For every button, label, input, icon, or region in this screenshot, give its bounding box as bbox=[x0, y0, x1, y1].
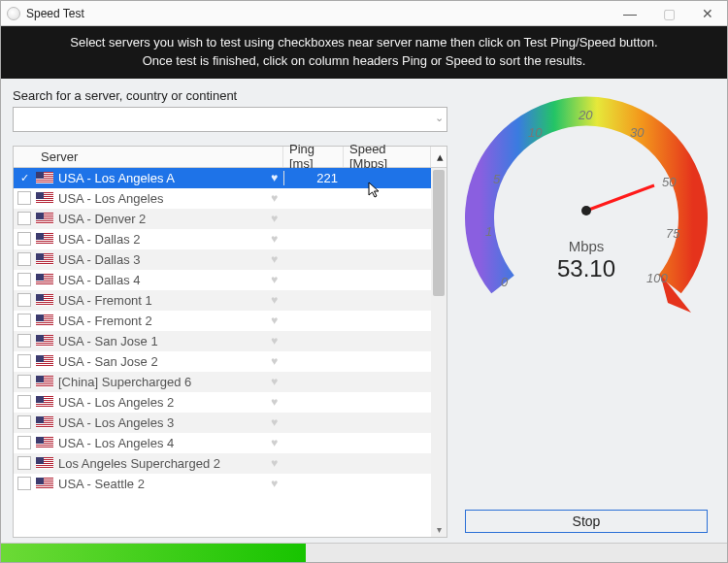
server-name: USA - Fremont 1 bbox=[58, 293, 152, 308]
row-checkbox[interactable] bbox=[17, 334, 31, 348]
scrollbar-thumb[interactable] bbox=[433, 170, 445, 296]
flag-icon bbox=[36, 315, 53, 326]
table-row[interactable]: USA - Los Angeles 2♥ bbox=[14, 392, 431, 413]
favorite-icon[interactable]: ♥ bbox=[271, 456, 278, 470]
favorite-icon[interactable]: ♥ bbox=[271, 191, 278, 205]
row-checkbox[interactable]: ✓ bbox=[17, 171, 31, 184]
close-button[interactable]: ✕ bbox=[688, 1, 727, 26]
row-checkbox[interactable] bbox=[17, 456, 31, 470]
instructions-banner: Select servers you wish to test using ch… bbox=[1, 26, 727, 79]
table-row[interactable]: USA - Fremont 1♥ bbox=[14, 290, 431, 311]
server-name: USA - Los Angeles 4 bbox=[58, 436, 174, 450]
tick-20: 20 bbox=[579, 108, 592, 122]
favorite-icon[interactable]: ♥ bbox=[271, 293, 278, 307]
flag-icon bbox=[36, 274, 53, 285]
favorite-icon[interactable]: ♥ bbox=[271, 415, 278, 429]
left-panel: Search for a server, country or continen… bbox=[13, 88, 447, 556]
flag-icon bbox=[36, 457, 53, 469]
favorite-icon[interactable]: ♥ bbox=[271, 171, 278, 184]
row-checkbox[interactable] bbox=[17, 354, 31, 368]
search-box: ⌄ bbox=[13, 107, 447, 132]
search-input[interactable] bbox=[13, 107, 447, 132]
table-row[interactable]: USA - Seattle 2♥ bbox=[14, 474, 431, 494]
table-body-wrap: ✓USA - Los Angeles A♥221USA - Los Angele… bbox=[14, 168, 447, 537]
table-row[interactable]: USA - San Jose 1♥ bbox=[14, 331, 431, 351]
table-row[interactable]: USA - Los Angeles 4♥ bbox=[14, 433, 431, 453]
server-name: [China] Supercharged 6 bbox=[58, 375, 191, 389]
favorite-icon[interactable]: ♥ bbox=[271, 477, 278, 490]
row-checkbox[interactable] bbox=[17, 273, 31, 286]
chevron-down-icon[interactable]: ⌄ bbox=[435, 112, 444, 124]
table-row[interactable]: USA - Denver 2♥ bbox=[14, 209, 431, 229]
server-name: USA - Fremont 2 bbox=[58, 314, 152, 328]
col-speed[interactable]: Speed [Mbps] bbox=[344, 147, 431, 167]
flag-icon bbox=[36, 172, 53, 183]
instructions-line-1: Select servers you wish to test using ch… bbox=[20, 34, 708, 52]
flag-icon bbox=[36, 233, 53, 245]
flag-icon bbox=[36, 294, 53, 306]
favorite-icon[interactable]: ♥ bbox=[271, 273, 278, 286]
scroll-down-icon[interactable]: ▾ bbox=[431, 521, 447, 537]
maximize-button[interactable]: ▢ bbox=[649, 1, 688, 26]
favorite-icon[interactable]: ♥ bbox=[271, 232, 278, 246]
favorite-icon[interactable]: ♥ bbox=[271, 395, 278, 409]
table-row[interactable]: USA - Los Angeles♥ bbox=[14, 188, 431, 209]
table-row[interactable]: USA - Dallas 4♥ bbox=[14, 270, 431, 290]
favorite-icon[interactable]: ♥ bbox=[271, 354, 278, 368]
row-checkbox[interactable] bbox=[17, 477, 31, 490]
row-checkbox[interactable] bbox=[17, 415, 31, 429]
gauge-needle bbox=[586, 185, 654, 211]
row-checkbox[interactable] bbox=[17, 293, 31, 307]
server-name: USA - Dallas 4 bbox=[58, 273, 141, 287]
row-checkbox[interactable] bbox=[17, 314, 31, 327]
right-panel: 0 1 5 10 20 30 50 75 100 Mbps 53.10 bbox=[457, 88, 715, 556]
row-checkbox[interactable] bbox=[17, 212, 31, 225]
vertical-scrollbar[interactable]: ▾ bbox=[431, 168, 447, 537]
titlebar: Speed Test — ▢ ✕ bbox=[1, 1, 727, 26]
speed-test-window: Speed Test — ▢ ✕ Select servers you wish… bbox=[0, 0, 728, 563]
row-checkbox[interactable] bbox=[17, 191, 31, 205]
favorite-icon[interactable]: ♥ bbox=[271, 212, 278, 225]
server-name: USA - Dallas 2 bbox=[58, 232, 141, 247]
table-row[interactable]: USA - Fremont 2♥ bbox=[14, 311, 431, 331]
favorite-icon[interactable]: ♥ bbox=[271, 375, 278, 388]
table-row[interactable]: USA - Dallas 3♥ bbox=[14, 249, 431, 270]
gauge-unit: Mbps bbox=[460, 238, 712, 254]
flag-icon bbox=[36, 335, 53, 347]
flag-icon bbox=[36, 253, 53, 265]
tick-10: 10 bbox=[528, 125, 542, 140]
row-checkbox[interactable] bbox=[17, 395, 31, 409]
stop-button[interactable]: Stop bbox=[465, 510, 708, 533]
tick-1: 1 bbox=[485, 224, 492, 239]
table-row[interactable]: USA - Dallas 2♥ bbox=[14, 229, 431, 249]
table-header: Server Ping [ms] Speed [Mbps] ▴ bbox=[14, 147, 447, 168]
window-title: Speed Test bbox=[26, 7, 611, 20]
col-server[interactable]: Server bbox=[14, 147, 283, 167]
table-row[interactable]: [China] Supercharged 6♥ bbox=[14, 372, 431, 392]
favorite-icon[interactable]: ♥ bbox=[271, 252, 278, 266]
row-checkbox[interactable] bbox=[17, 252, 31, 266]
table-body[interactable]: ✓USA - Los Angeles A♥221USA - Los Angele… bbox=[14, 168, 431, 537]
minimize-button[interactable]: — bbox=[611, 1, 649, 26]
flag-icon bbox=[36, 213, 53, 224]
gauge-value: 53.10 bbox=[460, 255, 712, 282]
row-checkbox[interactable] bbox=[17, 232, 31, 246]
table-row[interactable]: USA - Los Angeles 3♥ bbox=[14, 413, 431, 433]
row-checkbox[interactable] bbox=[17, 436, 31, 449]
flag-icon bbox=[36, 376, 53, 387]
server-name: USA - Los Angeles bbox=[58, 191, 163, 206]
flag-icon bbox=[36, 416, 53, 428]
server-name: USA - San Jose 1 bbox=[58, 334, 158, 348]
search-label: Search for a server, country or continen… bbox=[13, 88, 447, 103]
row-checkbox[interactable] bbox=[17, 375, 31, 388]
flag-icon bbox=[36, 355, 53, 367]
col-ping[interactable]: Ping [ms] bbox=[283, 147, 344, 167]
favorite-icon[interactable]: ♥ bbox=[271, 436, 278, 449]
table-row[interactable]: USA - San Jose 2♥ bbox=[14, 351, 431, 372]
server-name: USA - Denver 2 bbox=[58, 212, 146, 226]
favorite-icon[interactable]: ♥ bbox=[271, 314, 278, 327]
table-row[interactable]: Los Angeles Supercharged 2♥ bbox=[14, 453, 431, 474]
favorite-icon[interactable]: ♥ bbox=[271, 334, 278, 348]
table-row[interactable]: ✓USA - Los Angeles A♥221 bbox=[14, 168, 431, 188]
tick-30: 30 bbox=[630, 125, 644, 140]
